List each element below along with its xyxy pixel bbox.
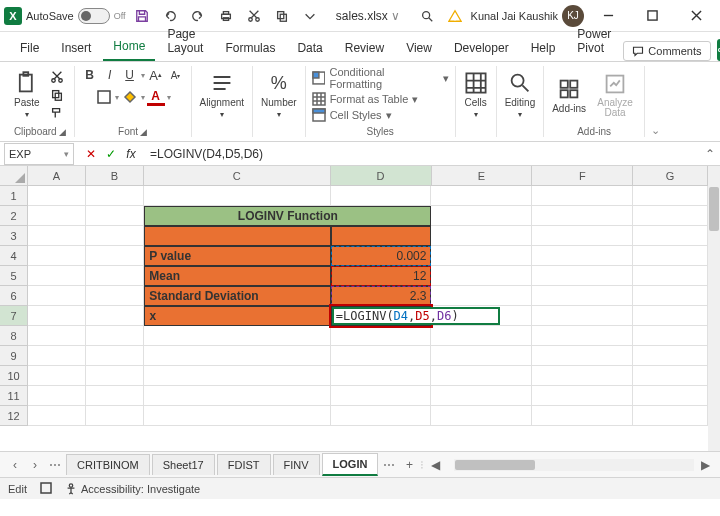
row-header[interactable]: 12	[0, 406, 28, 426]
tab-view[interactable]: View	[396, 35, 442, 61]
row-header[interactable]: 3	[0, 226, 28, 246]
new-sheet-button[interactable]: +	[400, 456, 418, 474]
tab-power-pivot[interactable]: Power Pivot	[567, 21, 621, 61]
launcher-icon[interactable]: ◢	[140, 127, 147, 137]
conditional-formatting-button[interactable]: Conditional Formatting ▾	[312, 66, 449, 90]
col-header-e[interactable]: E	[432, 166, 533, 186]
number-button[interactable]: % Number ▾	[259, 69, 299, 121]
font-color-button[interactable]: A	[147, 88, 165, 106]
sheet-nav-prev-icon[interactable]: ‹	[6, 456, 24, 474]
hscroll-right-icon[interactable]: ▶	[696, 456, 714, 474]
vertical-scrollbar[interactable]	[708, 166, 720, 451]
fill-color-button[interactable]	[121, 88, 139, 106]
spreadsheet-grid[interactable]: A B C D E F G 1 2 3 4 5 6 7 8 9 10 11 12…	[0, 166, 720, 451]
column-headers[interactable]: A B C D E F G	[28, 166, 708, 186]
autosave-toggle[interactable]: AutoSave Off	[26, 8, 126, 24]
filename-label[interactable]: sales.xlsx ∨	[326, 9, 411, 23]
sheets-overflow-icon[interactable]: ⋯	[380, 456, 398, 474]
copy-button[interactable]	[46, 87, 68, 103]
save-icon[interactable]	[130, 4, 154, 28]
tab-page-layout[interactable]: Page Layout	[157, 21, 213, 61]
decrease-font-button[interactable]: A▾	[167, 66, 185, 84]
label-cell[interactable]: x	[144, 306, 330, 326]
col-header-d[interactable]: D	[331, 166, 432, 186]
col-header-c[interactable]: C	[144, 166, 331, 186]
cancel-formula-button[interactable]: ✕	[82, 145, 100, 163]
sheet-tab[interactable]: FINV	[273, 454, 320, 475]
cell[interactable]	[331, 226, 432, 246]
tab-file[interactable]: File	[10, 35, 49, 61]
sheet-tab[interactable]: FDIST	[217, 454, 271, 475]
print-icon[interactable]	[214, 4, 238, 28]
comments-button[interactable]: Comments	[623, 41, 710, 61]
tab-data[interactable]: Data	[287, 35, 332, 61]
accessibility-status[interactable]: Accessibility: Investigate	[65, 483, 200, 495]
alignment-button[interactable]: Alignment ▾	[198, 69, 246, 121]
toggle-switch-icon[interactable]	[78, 8, 110, 24]
row-header[interactable]: 2	[0, 206, 28, 226]
row-header[interactable]: 7	[0, 306, 28, 326]
sheet-nav-next-icon[interactable]: ›	[26, 456, 44, 474]
macros-icon[interactable]	[39, 481, 53, 497]
tab-help[interactable]: Help	[521, 35, 566, 61]
row-header[interactable]: 4	[0, 246, 28, 266]
row-header[interactable]: 1	[0, 186, 28, 206]
cells-button[interactable]: Cells ▾	[462, 69, 490, 121]
row-header[interactable]: 5	[0, 266, 28, 286]
tab-formulas[interactable]: Formulas	[215, 35, 285, 61]
addins-button[interactable]: Add-ins	[550, 75, 588, 116]
row-header[interactable]: 6	[0, 286, 28, 306]
tab-insert[interactable]: Insert	[51, 35, 101, 61]
sheet-nav-more-icon[interactable]: ⋯	[46, 456, 64, 474]
horizontal-scrollbar[interactable]	[454, 459, 694, 471]
warning-icon[interactable]	[443, 4, 467, 28]
sheet-tab-active[interactable]: LOGIN	[322, 453, 379, 476]
enter-formula-button[interactable]: ✓	[102, 145, 120, 163]
sheet-tab[interactable]: Sheet17	[152, 454, 215, 475]
hscroll-left-icon[interactable]: ◀	[426, 456, 444, 474]
ribbon-collapse-icon[interactable]: ⌄	[645, 66, 665, 137]
name-box[interactable]: EXP ▾	[4, 143, 74, 165]
row-header[interactable]: 11	[0, 386, 28, 406]
formula-input[interactable]: =LOGINV(D4,D5,D6)	[144, 147, 700, 161]
expand-formula-bar-icon[interactable]: ⌃	[700, 147, 720, 161]
col-header-g[interactable]: G	[633, 166, 708, 186]
label-cell[interactable]: Mean	[144, 266, 330, 286]
cut-icon[interactable]	[242, 4, 266, 28]
col-header-b[interactable]: B	[86, 166, 144, 186]
paste-button[interactable]: Paste ▾	[12, 69, 42, 121]
row-header[interactable]: 9	[0, 346, 28, 366]
format-painter-button[interactable]	[46, 105, 68, 121]
increase-font-button[interactable]: A▴	[147, 66, 165, 84]
cell[interactable]	[144, 226, 330, 246]
border-button[interactable]	[95, 88, 113, 106]
value-cell[interactable]: 2.3	[331, 286, 432, 306]
title-cell[interactable]: LOGINV Function	[144, 206, 431, 226]
tab-review[interactable]: Review	[335, 35, 394, 61]
launcher-icon[interactable]: ◢	[59, 127, 66, 137]
cut-button[interactable]	[46, 69, 68, 85]
copy-icon[interactable]	[270, 4, 294, 28]
tab-developer[interactable]: Developer	[444, 35, 519, 61]
select-all-button[interactable]	[0, 166, 28, 186]
search-icon[interactable]	[415, 4, 439, 28]
share-button[interactable]	[717, 39, 720, 61]
cell-styles-button[interactable]: Cell Styles ▾	[312, 108, 392, 122]
col-header-a[interactable]: A	[28, 166, 86, 186]
italic-button[interactable]: I	[101, 66, 119, 84]
sheet-tab[interactable]: CRITBINOM	[66, 454, 150, 475]
row-header[interactable]: 8	[0, 326, 28, 346]
label-cell[interactable]: P value	[144, 246, 330, 266]
row-headers[interactable]: 1 2 3 4 5 6 7 8 9 10 11 12	[0, 186, 28, 426]
label-cell[interactable]: Standard Deviation	[144, 286, 330, 306]
format-as-table-button[interactable]: Format as Table ▾	[312, 92, 419, 106]
fx-button[interactable]: fx	[122, 145, 140, 163]
tab-home[interactable]: Home	[103, 33, 155, 61]
col-header-f[interactable]: F	[532, 166, 633, 186]
value-cell[interactable]: 12	[331, 266, 432, 286]
editing-button[interactable]: Editing ▾	[503, 69, 538, 121]
value-cell[interactable]: 0.002	[331, 246, 432, 266]
close-button[interactable]	[676, 2, 716, 30]
underline-button[interactable]: U	[121, 66, 139, 84]
bold-button[interactable]: B	[81, 66, 99, 84]
